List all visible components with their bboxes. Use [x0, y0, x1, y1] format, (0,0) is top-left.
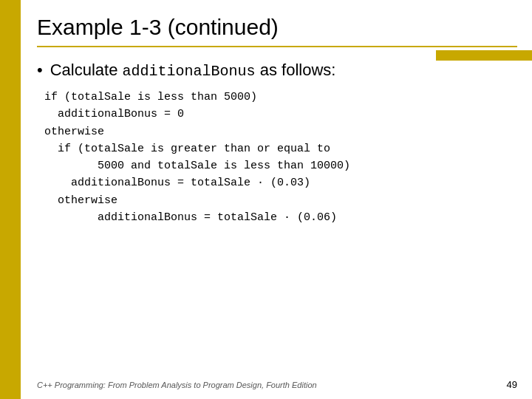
slide-title: Example 1-3 (continued) [37, 15, 517, 40]
footer: C++ Programming: From Problem Analysis t… [37, 379, 517, 390]
code-line-2: additionalBonus = 0 [44, 106, 517, 123]
bullet-text: Calculate additionalBonus as follows: [50, 61, 336, 80]
bullet-prefix: Calculate [50, 61, 123, 79]
bullet-item: • Calculate additionalBonus as follows: [37, 61, 517, 80]
slide: Example 1-3 (continued) • Calculate addi… [0, 0, 532, 399]
slide-content: Example 1-3 (continued) • Calculate addi… [37, 15, 517, 377]
code-line-1: if (totalSale is less than 5000) [44, 89, 517, 106]
code-block: if (totalSale is less than 5000) additio… [44, 89, 517, 226]
code-line-5: 5000 and totalSale is less than 10000) [44, 157, 517, 174]
footer-citation: C++ Programming: From Problem Analysis t… [37, 381, 317, 389]
bullet-dot: • [37, 62, 43, 78]
code-line-7: otherwise [44, 192, 517, 209]
bullet-suffix: as follows: [256, 61, 336, 79]
title-divider [37, 46, 517, 47]
left-accent-bar [0, 0, 21, 399]
code-line-3: otherwise [44, 123, 517, 140]
bullet-code: additionalBonus [123, 63, 256, 80]
code-line-6: additionalBonus = totalSale · (0.03) [44, 174, 517, 191]
code-line-8: additionalBonus = totalSale · (0.06) [44, 209, 517, 226]
code-line-4: if (totalSale is greater than or equal t… [44, 140, 517, 157]
footer-page-number: 49 [507, 379, 517, 390]
